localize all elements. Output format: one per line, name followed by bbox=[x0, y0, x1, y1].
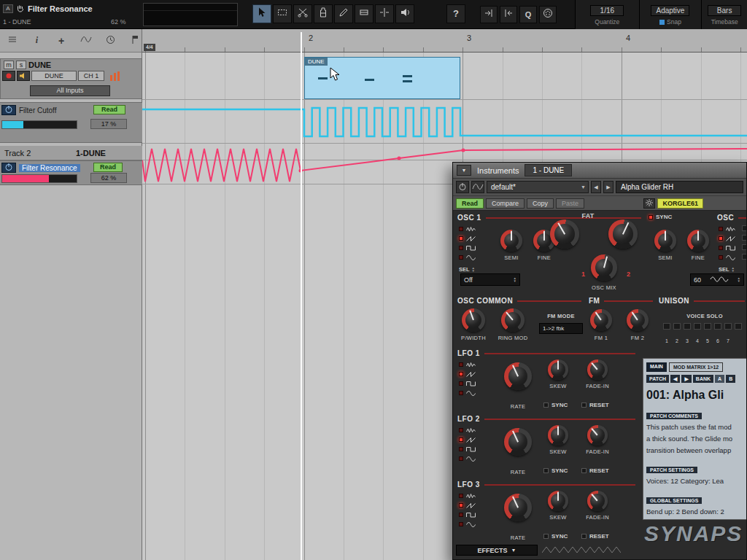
comp-tool-button[interactable] bbox=[355, 4, 374, 23]
automation-power-button[interactable] bbox=[1, 105, 16, 115]
copy-button[interactable]: Copy bbox=[527, 198, 554, 209]
separate-tool-button[interactable] bbox=[375, 4, 394, 23]
wave-led[interactable] bbox=[459, 438, 463, 442]
lfo1-rate-knob[interactable] bbox=[504, 362, 532, 390]
fat-knob-2[interactable] bbox=[608, 219, 638, 249]
osc2-fine-knob[interactable] bbox=[687, 230, 709, 252]
wave-led[interactable] bbox=[459, 255, 463, 260]
resonance-lane-name[interactable]: Filter Resonance bbox=[19, 164, 80, 172]
record-enable-button[interactable] bbox=[2, 71, 15, 81]
cutoff-value[interactable]: 17 % bbox=[90, 119, 127, 129]
lfo3-rate-knob[interactable] bbox=[504, 494, 532, 521]
wave-led[interactable] bbox=[459, 362, 463, 367]
plugin-titlebar[interactable]: ▼ Instruments 1 - DUNE bbox=[453, 163, 746, 179]
osc1-wave-selector[interactable] bbox=[459, 225, 476, 260]
tab-mod-matrix[interactable]: MOD MATRIX 1>12 bbox=[669, 362, 723, 372]
plugin-tab[interactable]: 1 - DUNE bbox=[525, 164, 572, 176]
midi-clip-dune[interactable]: DUNE bbox=[304, 57, 460, 99]
osc-mix-knob[interactable] bbox=[591, 254, 617, 281]
lfo2-sync-toggle[interactable]: SYNC bbox=[543, 467, 568, 474]
osc2-sel[interactable]: SEL▲▼ bbox=[719, 266, 735, 273]
fat-knob-1[interactable] bbox=[550, 219, 579, 249]
lfo2-wave-selector[interactable] bbox=[459, 427, 476, 462]
midi-note[interactable] bbox=[403, 80, 412, 82]
track-header-dune[interactable]: m s DUNE DUNE CH 1 All Inputs bbox=[0, 58, 142, 99]
osc2-edge-buttons[interactable] bbox=[742, 225, 747, 260]
osc2-wave-selector[interactable] bbox=[719, 225, 735, 260]
settings-gear-button[interactable] bbox=[643, 198, 655, 209]
reset-checkbox[interactable] bbox=[581, 534, 587, 539]
lfo1-sync-toggle[interactable]: SYNC bbox=[543, 402, 568, 408]
fm1-knob[interactable] bbox=[590, 309, 612, 331]
cutoff-read-button[interactable]: Read bbox=[93, 105, 125, 114]
lfo2-rate-knob[interactable] bbox=[504, 428, 532, 456]
glue-tool-button[interactable] bbox=[314, 4, 333, 23]
cutoff-fader[interactable] bbox=[1, 120, 77, 129]
lfo1-reset-toggle[interactable]: RESET bbox=[581, 402, 609, 408]
bank-button[interactable]: BANK bbox=[693, 375, 713, 383]
solo-button[interactable]: s bbox=[16, 61, 26, 69]
fm-mode-dropdown[interactable]: 1->2 fbk bbox=[539, 323, 583, 334]
add-track-icon[interactable]: + bbox=[55, 35, 68, 47]
reset-checkbox[interactable] bbox=[581, 402, 587, 408]
sync-checkbox[interactable] bbox=[543, 402, 549, 408]
patch-name-display[interactable]: Alpha Glider RH bbox=[616, 181, 743, 193]
snap-select[interactable]: Adaptive bbox=[651, 5, 689, 16]
pwidth-knob[interactable] bbox=[462, 308, 485, 332]
wave-led[interactable] bbox=[459, 381, 463, 386]
help-button[interactable]: ? bbox=[446, 4, 465, 23]
lfo3-fadein-knob[interactable] bbox=[587, 491, 608, 511]
reset-checkbox[interactable] bbox=[581, 468, 587, 473]
monitor-button[interactable] bbox=[17, 71, 30, 81]
patch-button[interactable]: PATCH bbox=[646, 375, 669, 383]
plugin-menu-button[interactable]: ▼ bbox=[457, 165, 471, 176]
patch-prev-button[interactable]: ◀ bbox=[670, 375, 680, 383]
sync-checkbox[interactable] bbox=[543, 534, 549, 539]
automation-power-button-2[interactable] bbox=[1, 163, 16, 173]
lfo1-wave-selector[interactable] bbox=[459, 361, 476, 396]
osc2-wavetable-box[interactable]: 60▲▼ bbox=[690, 273, 744, 286]
bank-a-button[interactable]: A bbox=[715, 375, 724, 383]
automation-lane-cutoff[interactable]: Filter Cutoff Read 17 % bbox=[0, 102, 142, 143]
cutoff-lane-name[interactable]: Filter Cutoff bbox=[19, 106, 57, 114]
midi-note[interactable] bbox=[403, 75, 412, 77]
wave-led[interactable] bbox=[719, 255, 723, 260]
quantize-button[interactable]: Q bbox=[519, 6, 537, 23]
wave-led[interactable] bbox=[459, 227, 463, 231]
lfo3-sync-toggle[interactable]: SYNC bbox=[543, 533, 568, 540]
timebase-select[interactable]: Bars bbox=[708, 5, 741, 16]
resonance-fader[interactable] bbox=[1, 174, 77, 183]
split-tool-button[interactable] bbox=[293, 4, 312, 23]
effects-button[interactable]: EFFECTS▼ bbox=[456, 545, 538, 556]
resonance-value[interactable]: 62 % bbox=[90, 173, 127, 183]
compare-button[interactable]: Compare bbox=[486, 198, 525, 209]
pointer-tool-button[interactable] bbox=[252, 4, 271, 23]
midi-note[interactable] bbox=[318, 77, 328, 79]
lfo1-skew-knob[interactable] bbox=[548, 359, 568, 380]
ringmod-knob[interactable] bbox=[501, 308, 525, 332]
draw-tool-button[interactable] bbox=[334, 4, 353, 23]
osc1-sel[interactable]: SEL▲▼ bbox=[459, 266, 475, 273]
mute-button[interactable]: m bbox=[4, 61, 14, 69]
timeline-ruler[interactable]: 2 3 4 4/4 bbox=[142, 29, 747, 52]
plugin-power-button[interactable] bbox=[456, 181, 469, 193]
wave-led[interactable] bbox=[459, 246, 463, 250]
resonance-read-button[interactable]: Read bbox=[93, 163, 123, 172]
wave-led[interactable] bbox=[459, 447, 463, 451]
wave-led[interactable] bbox=[459, 456, 463, 461]
lfo3-skew-knob[interactable] bbox=[548, 491, 568, 511]
osc2-sync-toggle[interactable]: SYNC bbox=[649, 214, 672, 220]
autoscroll-button[interactable] bbox=[480, 6, 498, 23]
wave-led[interactable] bbox=[459, 522, 463, 526]
marker-flag-icon[interactable] bbox=[128, 35, 142, 47]
lfo3-wave-selector[interactable] bbox=[459, 492, 476, 527]
preset-dropdown[interactable]: default*▼ bbox=[487, 181, 589, 193]
fm2-knob[interactable] bbox=[627, 309, 649, 331]
tab-main[interactable]: MAIN bbox=[646, 362, 667, 372]
remote-device-label[interactable]: KORGLE61 bbox=[657, 198, 703, 209]
automation-lane-resonance[interactable]: Filter Resonance Read 62 % bbox=[0, 160, 142, 185]
audition-tool-button[interactable] bbox=[395, 4, 414, 23]
autoscroll-settings-button[interactable] bbox=[500, 6, 517, 23]
output-routing[interactable]: DUNE bbox=[31, 71, 77, 81]
sync-checkbox[interactable] bbox=[543, 468, 549, 473]
